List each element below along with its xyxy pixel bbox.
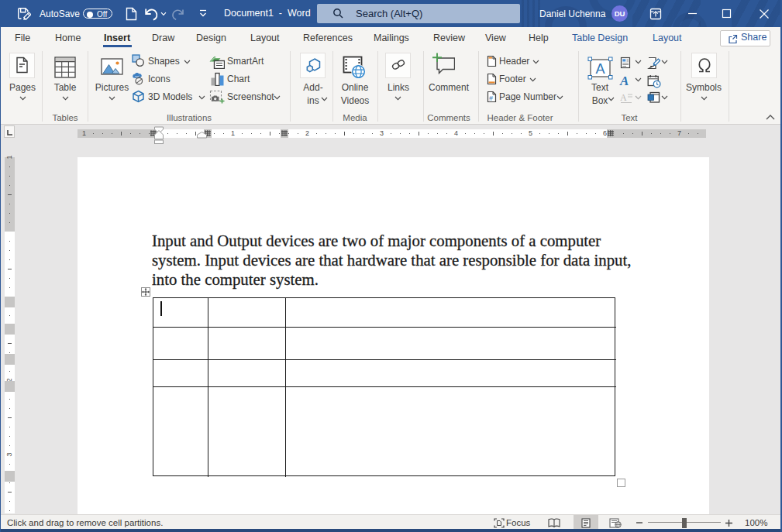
svg-text:#: # (489, 94, 493, 102)
svg-text:A: A (619, 74, 629, 88)
svg-text:A: A (596, 61, 605, 77)
svg-text:A: A (620, 92, 627, 103)
